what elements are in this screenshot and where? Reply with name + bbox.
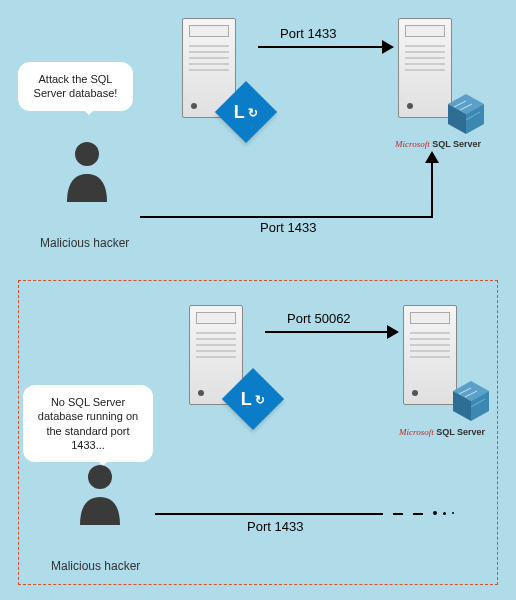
sql-name: SQL Server — [432, 139, 481, 149]
scenario-custom-port: No SQL Server database running on the st… — [18, 280, 498, 585]
sql-prefix: Microsoft — [399, 427, 434, 437]
speech-bubble-attack: Attack the SQL Server database! — [18, 62, 133, 111]
arrow-hacker-to-sql-v — [431, 158, 433, 218]
database-cube-icon — [449, 379, 493, 423]
port-label-lync-sql: Port 1433 — [280, 26, 336, 41]
svg-point-0 — [75, 142, 99, 166]
sync-arrows-icon: ↻ — [248, 108, 258, 116]
lync-letter: L — [234, 102, 245, 123]
sync-arrows-icon: ↻ — [255, 395, 265, 403]
hacker-label: Malicious hacker — [51, 559, 140, 573]
speech-text: Attack the SQL Server database! — [34, 73, 118, 99]
arrow-fading-dots — [433, 511, 454, 515]
sql-server-label: Microsoft SQL Server — [399, 427, 485, 437]
arrow-head-up-icon — [425, 144, 439, 163]
sql-server — [398, 18, 470, 128]
lync-server: L ↻ — [182, 18, 254, 128]
speech-bubble-no-db: No SQL Server database running on the st… — [23, 385, 153, 462]
arrow-hacker-to-sql-h — [140, 216, 433, 218]
lync-server: L ↻ — [189, 305, 261, 415]
port-label-hacker-blocked: Port 1433 — [247, 519, 303, 534]
sql-server — [403, 305, 475, 415]
arrow-lync-to-sql — [258, 46, 382, 48]
hacker-icon — [75, 463, 125, 527]
arrow-lync-to-sql — [265, 331, 387, 333]
arrow-head-icon — [382, 40, 401, 54]
sql-name: SQL Server — [436, 427, 485, 437]
hacker-icon — [62, 140, 112, 204]
arrow-head-icon — [387, 325, 406, 339]
database-cube-icon — [444, 92, 488, 136]
lync-letter: L — [241, 389, 252, 410]
arrow-dashed-segment — [373, 513, 425, 515]
scenario-default-port: Attack the SQL Server database! Maliciou… — [0, 0, 516, 270]
port-label-hacker-sql: Port 1433 — [260, 220, 316, 235]
arrow-hacker-blocked — [155, 513, 373, 515]
port-label-lync-sql: Port 50062 — [287, 311, 351, 326]
svg-point-7 — [88, 465, 112, 489]
hacker-label: Malicious hacker — [40, 236, 129, 250]
speech-text: No SQL Server database running on the st… — [38, 396, 138, 451]
